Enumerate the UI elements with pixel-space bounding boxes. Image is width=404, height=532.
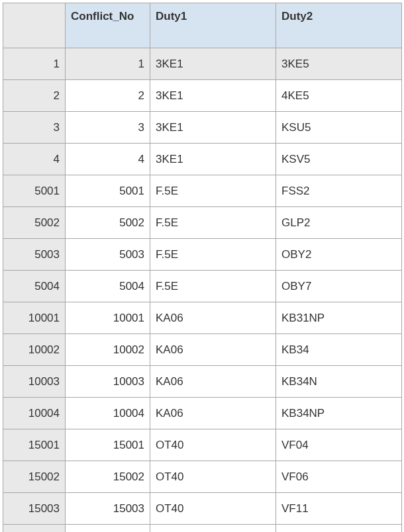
cell-duty1[interactable]: KA06 [150,366,276,398]
cell-duty1[interactable]: F.5E [150,175,276,207]
table-row[interactable]: 1500215002OT40VF06 [3,461,402,493]
data-table[interactable]: Conflict_No Duty1 Duty2 113KE13KE5223KE1… [3,3,402,532]
cell-duty1[interactable]: KA06 [150,302,276,334]
cell-duty2[interactable]: VF44 [276,525,402,533]
cell-duty2[interactable]: VF04 [276,429,402,461]
row-header[interactable]: 15002 [3,461,66,493]
cell-conflict_no[interactable]: 1 [66,48,150,80]
cell-duty2[interactable]: KB31NP [276,302,402,334]
table-row[interactable]: 1000310003KA06KB34N [3,366,402,398]
cell-conflict_no[interactable]: 5002 [66,207,150,239]
table-row[interactable]: 1000410004KA06KB34NP [3,398,402,429]
cell-duty1[interactable]: F.5E [150,207,276,239]
table-row[interactable]: 1000210002KA06KB34 [3,334,402,366]
row-header[interactable]: 4 [3,144,66,175]
cell-duty2[interactable]: KB34NP [276,398,402,429]
cell-duty1[interactable]: KA06 [150,398,276,429]
table-row[interactable]: 443KE1KSV5 [3,144,402,175]
table-row[interactable]: 50015001F.5EFSS2 [3,175,402,207]
cell-duty2[interactable]: OBY7 [276,271,402,302]
table-row[interactable]: 223KE14KE5 [3,80,402,112]
row-header[interactable]: 15004 [3,525,66,533]
table-row[interactable]: 50045004F.5EOBY7 [3,271,402,302]
cell-duty2[interactable]: KSU5 [276,112,402,144]
cell-duty2[interactable]: VF06 [276,461,402,493]
cell-duty1[interactable]: 3KE1 [150,112,276,144]
cell-duty2[interactable]: KB34N [276,366,402,398]
col-header-conflict-no[interactable]: Conflict_No [66,3,150,48]
row-header[interactable]: 5003 [3,239,66,271]
cell-conflict_no[interactable]: 15003 [66,493,150,525]
cell-conflict_no[interactable]: 5001 [66,175,150,207]
row-header[interactable]: 10004 [3,398,66,429]
cell-conflict_no[interactable]: 5003 [66,239,150,271]
row-header[interactable]: 5004 [3,271,66,302]
row-header[interactable]: 15001 [3,429,66,461]
cell-duty2[interactable]: 3KE5 [276,48,402,80]
table-row[interactable]: 1500115001OT40VF04 [3,429,402,461]
cell-conflict_no[interactable]: 15004 [66,525,150,533]
cell-duty2[interactable]: GLP2 [276,207,402,239]
cell-conflict_no[interactable]: 2 [66,80,150,112]
cell-duty1[interactable]: 3KE1 [150,48,276,80]
table-row[interactable]: 50025002F.5EGLP2 [3,207,402,239]
row-header[interactable]: 3 [3,112,66,144]
table-row[interactable]: 113KE13KE5 [3,48,402,80]
cell-duty2[interactable]: VF11 [276,493,402,525]
row-header[interactable]: 10001 [3,302,66,334]
cell-conflict_no[interactable]: 10002 [66,334,150,366]
cell-conflict_no[interactable]: 5004 [66,271,150,302]
cell-duty1[interactable]: OT40 [150,429,276,461]
row-header[interactable]: 10002 [3,334,66,366]
cell-duty2[interactable]: KSV5 [276,144,402,175]
corner-cell[interactable] [3,3,66,48]
cell-conflict_no[interactable]: 10004 [66,398,150,429]
cell-duty1[interactable]: OT40 [150,461,276,493]
row-header[interactable]: 1 [3,48,66,80]
row-header[interactable]: 15003 [3,493,66,525]
cell-duty1[interactable]: OT40 [150,493,276,525]
row-header[interactable]: 2 [3,80,66,112]
row-header[interactable]: 5001 [3,175,66,207]
col-header-duty1[interactable]: Duty1 [150,3,276,48]
cell-duty1[interactable]: 3KE1 [150,144,276,175]
table-row[interactable]: 1500315003OT40VF11 [3,493,402,525]
header-row: Conflict_No Duty1 Duty2 [3,3,402,48]
cell-duty1[interactable]: F.5E [150,239,276,271]
table-row[interactable]: 50035003F.5EOBY2 [3,239,402,271]
table-body: 113KE13KE5223KE14KE5333KE1KSU5443KE1KSV5… [3,48,402,533]
cell-duty2[interactable]: OBY2 [276,239,402,271]
cell-conflict_no[interactable]: 15001 [66,429,150,461]
cell-duty2[interactable]: KB34 [276,334,402,366]
cell-duty1[interactable]: KA06 [150,334,276,366]
cell-conflict_no[interactable]: 10003 [66,366,150,398]
cell-conflict_no[interactable]: 4 [66,144,150,175]
row-header[interactable]: 10003 [3,366,66,398]
cell-conflict_no[interactable]: 10001 [66,302,150,334]
table-row[interactable]: 1000110001KA06KB31NP [3,302,402,334]
cell-conflict_no[interactable]: 15002 [66,461,150,493]
cell-conflict_no[interactable]: 3 [66,112,150,144]
table-row[interactable]: 1500415004OT40VF44 [3,525,402,533]
table-row[interactable]: 333KE1KSU5 [3,112,402,144]
cell-duty2[interactable]: FSS2 [276,175,402,207]
cell-duty2[interactable]: 4KE5 [276,80,402,112]
cell-duty1[interactable]: F.5E [150,271,276,302]
row-header[interactable]: 5002 [3,207,66,239]
cell-duty1[interactable]: OT40 [150,525,276,533]
cell-duty1[interactable]: 3KE1 [150,80,276,112]
col-header-duty2[interactable]: Duty2 [276,3,402,48]
